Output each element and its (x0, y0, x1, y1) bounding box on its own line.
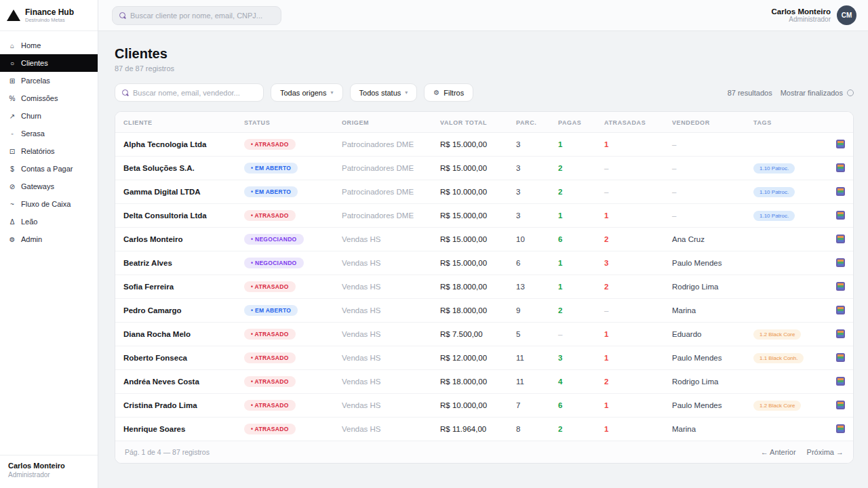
cell-valor: R$ 15.000,00 (432, 204, 508, 228)
sidebar-item-label: Fluxo de Caixa (21, 200, 71, 208)
user-block[interactable]: Carlos Monteiro Administrador CM (771, 5, 856, 25)
cell-atrasadas: 2 (596, 275, 664, 299)
row-action-icon[interactable] (836, 424, 845, 433)
main-column: Buscar cliente por nome, email, CNPJ... … (98, 0, 868, 488)
column-header: ORIGEM (334, 112, 432, 133)
sidebar-item-label: Contas a Pagar (21, 165, 73, 173)
sidebar-item-gateways[interactable]: ⊘ Gateways (0, 178, 98, 195)
row-action-icon[interactable] (836, 163, 845, 172)
prev-page-button[interactable]: ← Anterior (761, 448, 796, 456)
cell-actions (823, 370, 853, 394)
cell-cliente: Gamma Digital LTDA (115, 180, 236, 204)
row-action-icon[interactable] (836, 353, 845, 362)
cell-tags (745, 251, 823, 275)
cell-atrasadas: 1 (596, 133, 664, 157)
status-badge: • ATRASADO (244, 210, 296, 221)
column-header: TAGS (745, 112, 823, 133)
filters-button[interactable]: ⚙ Filtros (424, 83, 473, 102)
origin-dropdown[interactable]: Todas origens ▾ (271, 83, 343, 102)
cell-tags: 1.10 Patroc. (745, 157, 823, 180)
churn-icon: ↗ (8, 113, 16, 120)
table-row[interactable]: Roberto Fonseca • ATRASADO Vendas HS R$ … (115, 346, 853, 370)
cell-cliente: Delta Consultoria Ltda (115, 204, 236, 228)
table-search-placeholder: Buscar nome, email, vendedor... (133, 89, 240, 97)
page-subtitle: 87 de 87 registros (115, 64, 854, 73)
home-icon: ⌂ (8, 42, 16, 49)
cell-vendedor: Paulo Mendes (664, 346, 745, 370)
status-badge: • ATRASADO (244, 376, 296, 387)
row-action-icon[interactable] (836, 235, 845, 243)
row-action-icon[interactable] (836, 258, 845, 267)
cell-vendedor: Rodrigo Lima (664, 275, 745, 299)
chevron-down-icon: ▾ (405, 89, 408, 96)
table-row[interactable]: Beatriz Alves • NEGOCIANDO Vendas HS R$ … (115, 251, 853, 275)
row-action-icon[interactable] (836, 282, 845, 291)
global-search-input[interactable]: Buscar cliente por nome, email, CNPJ... (112, 6, 281, 25)
avatar[interactable]: CM (837, 5, 856, 25)
table-row[interactable]: Cristina Prado Lima • ATRASADO Vendas HS… (115, 394, 853, 418)
sidebar-item-relatorios[interactable]: ⊡ Relatórios (0, 142, 98, 160)
cell-atrasadas: – (596, 180, 664, 204)
cell-status: • EM ABERTO (236, 157, 334, 180)
cell-atrasadas: 1 (596, 346, 664, 370)
cell-status: • ATRASADO (236, 275, 334, 299)
user-name: Carlos Monteiro (771, 7, 831, 16)
cell-origem: Patrocinadores DME (334, 204, 432, 228)
table-row[interactable]: Pedro Camargo • EM ABERTO Vendas HS R$ 1… (115, 299, 853, 323)
cell-origem: Patrocinadores DME (334, 180, 432, 204)
table-search-input[interactable]: Buscar nome, email, vendedor... (115, 83, 264, 102)
sidebar-item-parcelas[interactable]: ⊞ Parcelas (0, 72, 98, 89)
comissoes-icon: % (8, 95, 16, 102)
cell-status: • ATRASADO (236, 204, 334, 228)
status-badge: • ATRASADO (244, 139, 296, 150)
cell-actions (823, 299, 853, 323)
table-row[interactable]: Henrique Soares • ATRASADO Vendas HS R$ … (115, 418, 853, 441)
sidebar-item-clientes[interactable]: ○ Clientes (0, 54, 98, 72)
row-action-icon[interactable] (836, 401, 845, 409)
sidebar-item-leao[interactable]: Δ Leão (0, 213, 98, 230)
status-dropdown[interactable]: Todos status ▾ (350, 83, 418, 102)
sidebar-item-comissoes[interactable]: % Comissões (0, 89, 98, 107)
sidebar-item-churn[interactable]: ↗ Churn (0, 107, 98, 125)
row-action-icon[interactable] (836, 377, 845, 386)
cell-vendedor: Rodrigo Lima (664, 370, 745, 394)
table-row[interactable]: Carlos Monteiro • NEGOCIANDO Vendas HS R… (115, 228, 853, 251)
sidebar-item-serasa[interactable]: ◦ Serasa (0, 125, 98, 142)
table-row[interactable]: Gamma Digital LTDA • EM ABERTO Patrocina… (115, 180, 853, 204)
cell-actions (823, 275, 853, 299)
cell-origem: Vendas HS (334, 275, 432, 299)
row-action-icon[interactable] (836, 187, 845, 196)
table-row[interactable]: Beta Soluções S.A. • EM ABERTO Patrocina… (115, 157, 853, 180)
cell-parc: 3 (508, 204, 550, 228)
row-action-icon[interactable] (836, 306, 845, 314)
sidebar-item-home[interactable]: ⌂ Home (0, 37, 98, 54)
cell-pagas: 6 (550, 228, 596, 251)
filters-button-label: Filtros (443, 89, 464, 97)
tag-badge: 1.10 Patroc. (753, 187, 795, 197)
sidebar-item-fluxo-de-caixa[interactable]: ~ Fluxo de Caixa (0, 195, 98, 213)
sidebar-item-admin[interactable]: ⚙ Admin (0, 230, 98, 248)
sidebar-item-contas-a-pagar[interactable]: $ Contas a Pagar (0, 160, 98, 178)
table-row[interactable]: Andréa Neves Costa • ATRASADO Vendas HS … (115, 370, 853, 394)
cell-cliente: Alpha Tecnologia Ltda (115, 133, 236, 157)
row-action-icon[interactable] (836, 211, 845, 220)
table-row[interactable]: Sofia Ferreira • ATRASADO Vendas HS R$ 1… (115, 275, 853, 299)
show-finished-toggle[interactable]: Mostrar finalizados (781, 89, 854, 97)
table-row[interactable]: Delta Consultoria Ltda • ATRASADO Patroc… (115, 204, 853, 228)
brand: Finance Hub Destruindo Metas (0, 0, 98, 31)
table-row[interactable]: Alpha Tecnologia Ltda • ATRASADO Patroci… (115, 133, 853, 157)
status-badge: • EM ABERTO (244, 305, 298, 316)
cell-status: • ATRASADO (236, 394, 334, 418)
cell-pagas: 1 (550, 275, 596, 299)
cell-parc: 13 (508, 275, 550, 299)
table-row[interactable]: Diana Rocha Melo • ATRASADO Vendas HS R$… (115, 323, 853, 346)
app-root: Finance Hub Destruindo Metas ⌂ Home ○ Cl… (0, 0, 868, 488)
cell-cliente: Carlos Monteiro (115, 228, 236, 251)
leao-icon: Δ (8, 218, 16, 226)
origin-dropdown-label: Todas origens (280, 89, 327, 97)
row-action-icon[interactable] (836, 140, 845, 148)
next-page-button[interactable]: Próxima → (807, 448, 844, 456)
serasa-icon: ◦ (8, 130, 16, 138)
row-action-icon[interactable] (836, 329, 845, 338)
tag-badge: 1.1 Black Conh. (753, 353, 804, 363)
